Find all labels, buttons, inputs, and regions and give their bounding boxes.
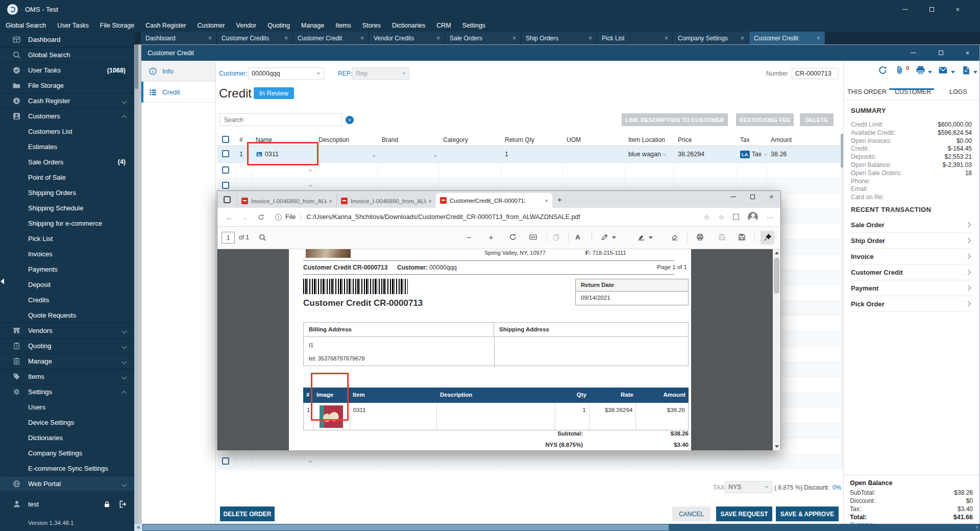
- sidebar-item-shipping-ecommerce[interactable]: Shipping for e-commerce: [0, 215, 134, 231]
- sidebar-item-user-tasks[interactable]: User Tasks(1068): [0, 62, 134, 78]
- sidebar-item-global-search[interactable]: Global Search: [0, 47, 134, 62]
- menu-file-storage[interactable]: File Storage: [94, 22, 140, 29]
- logout-icon[interactable]: [118, 500, 127, 509]
- customer-combobox[interactable]: 00000qqq: [248, 67, 324, 80]
- browser-tab-invoice-2[interactable]: Invoice_I-0046890_from_ALWAZ×: [336, 194, 436, 208]
- chevron-down-icon[interactable]: [928, 71, 932, 74]
- draw-icon[interactable]: [599, 232, 609, 243]
- delete-button[interactable]: DELETE: [800, 113, 834, 126]
- menu-global-search[interactable]: Global Search: [0, 22, 52, 29]
- rotate-icon[interactable]: [507, 232, 518, 243]
- reload-icon[interactable]: [257, 213, 265, 221]
- recent-sale-order[interactable]: Sale Order: [851, 217, 972, 233]
- menu-items[interactable]: Items: [330, 22, 357, 29]
- user-row[interactable]: test: [0, 495, 134, 513]
- tab-logs[interactable]: LOGS: [949, 88, 967, 95]
- sidebar-item-dictionaries[interactable]: Dictionaries: [0, 430, 134, 445]
- sidebar-collapse-icon[interactable]: [1, 278, 4, 284]
- tab-pick-list[interactable]: Pick List×: [597, 32, 673, 44]
- browser-tab-invoice-1[interactable]: Invoice_I-0046890_from_ALWAZ×: [237, 194, 336, 208]
- back-icon[interactable]: ←: [226, 213, 233, 222]
- menu-manage[interactable]: Manage: [296, 22, 330, 29]
- tab-customer-credit[interactable]: Customer Credit×: [293, 32, 369, 44]
- scroll-up-icon[interactable]: [773, 249, 780, 257]
- search-icon[interactable]: [258, 233, 266, 242]
- sidebar-item-manage[interactable]: Manage: [0, 353, 134, 369]
- tab-credit[interactable]: Credit: [141, 82, 215, 103]
- sidebar-item-sale-orders[interactable]: Sale Orders(4): [0, 154, 134, 170]
- sidebar-scrollbar-thumb[interactable]: [135, 38, 138, 89]
- chevron-down-icon[interactable]: [308, 170, 312, 172]
- tab-company-settings[interactable]: Company Settings×: [673, 32, 749, 44]
- sidebar-item-cash-register[interactable]: Cash Register: [0, 93, 134, 108]
- recent-payment[interactable]: Payment: [851, 280, 972, 296]
- menu-quoting[interactable]: Quoting: [262, 22, 296, 29]
- tab-ship-orders[interactable]: Ship Orders×: [521, 32, 597, 44]
- close-icon[interactable]: ×: [817, 35, 820, 42]
- row-checkbox[interactable]: [222, 457, 229, 465]
- link-description-button[interactable]: LINK DESCRIPTION TO CUSTOMER: [622, 113, 728, 126]
- tax-cell[interactable]: LATax: [740, 151, 768, 158]
- row-checkbox[interactable]: [222, 166, 229, 174]
- zoom-in-icon[interactable]: +: [486, 232, 496, 243]
- sidebar-item-estimates[interactable]: Estimates: [0, 139, 134, 154]
- save-as-icon[interactable]: [737, 232, 747, 243]
- search-input[interactable]: [219, 113, 342, 126]
- brand-dropdown[interactable]: [372, 152, 376, 159]
- sidebar-item-quote-requests[interactable]: Quote Requests: [0, 307, 134, 323]
- url-field[interactable]: i File | C:/Users/Karina_Shchitova/Downl…: [275, 213, 704, 221]
- attachment-icon[interactable]: [894, 65, 905, 76]
- app-restore-button[interactable]: [929, 7, 934, 12]
- refresh-icon[interactable]: [877, 65, 888, 76]
- browser-close-button[interactable]: ×: [769, 193, 773, 201]
- recent-pick-order[interactable]: Pick Order: [851, 296, 972, 312]
- sidebar-item-shipping-orders[interactable]: Shipping Orders: [0, 185, 134, 200]
- menu-crm[interactable]: CRM: [431, 22, 456, 29]
- print-icon[interactable]: [695, 232, 705, 243]
- menu-customer[interactable]: Customer: [191, 22, 230, 29]
- forward-icon[interactable]: →: [240, 213, 248, 222]
- sidebar-item-deposit[interactable]: Deposit: [0, 277, 134, 292]
- tab-dashboard[interactable]: Dashboard×: [141, 32, 217, 44]
- item-location-cell[interactable]: blue wagan: [628, 151, 667, 158]
- recent-customer-credit[interactable]: Customer Credit: [851, 264, 972, 280]
- horizontal-scrollbar-thumb[interactable]: [143, 524, 669, 530]
- delete-order-button[interactable]: DELETE ORDER: [220, 506, 275, 521]
- sidebar-item-customers[interactable]: Customers: [0, 108, 134, 124]
- category-dropdown[interactable]: [433, 152, 437, 159]
- browser-maximize-button[interactable]: [750, 195, 755, 199]
- fit-width-icon[interactable]: [528, 232, 538, 243]
- chevron-down-icon[interactable]: [308, 185, 312, 187]
- horizontal-scrollbar[interactable]: « ›: [134, 524, 980, 531]
- restocking-fee-button[interactable]: RESTOCKING FEE: [736, 113, 794, 126]
- close-icon[interactable]: ×: [208, 35, 212, 42]
- row-checkbox[interactable]: [222, 182, 229, 189]
- document-icon[interactable]: [961, 65, 971, 76]
- sidebar-item-payments[interactable]: Payments: [0, 261, 134, 277]
- tab-customer-credits[interactable]: Customer Credits×: [217, 32, 293, 44]
- page-number-input[interactable]: 1: [222, 232, 235, 244]
- discount-value[interactable]: 0%: [832, 484, 841, 491]
- tab-vendor-credits[interactable]: Vendor Credits×: [369, 32, 445, 44]
- tab-sale-orders[interactable]: Sale Orders×: [445, 32, 521, 44]
- close-icon[interactable]: ×: [589, 35, 592, 42]
- more-menu-icon[interactable]: ···: [767, 213, 773, 221]
- sidebar-item-settings[interactable]: Settings: [0, 384, 134, 399]
- window-restore-button[interactable]: [939, 51, 943, 55]
- new-tab-button[interactable]: +: [557, 195, 562, 204]
- menu-vendor[interactable]: Vendor: [231, 22, 262, 29]
- read-aloud-icon[interactable]: A: [573, 232, 583, 243]
- close-icon[interactable]: ×: [545, 198, 548, 204]
- window-minimize-button[interactable]: [911, 53, 916, 53]
- zoom-out-icon[interactable]: −: [464, 232, 474, 243]
- pdf-scrollbar-thumb[interactable]: [774, 258, 779, 294]
- page-info-icon[interactable]: i: [275, 214, 282, 221]
- menu-user-tasks[interactable]: User Tasks: [52, 22, 94, 29]
- erase-icon[interactable]: [669, 232, 679, 243]
- chevron-down-icon[interactable]: [951, 71, 955, 74]
- sidebar-item-quoting[interactable]: Quoting: [0, 338, 134, 353]
- close-icon[interactable]: ×: [329, 198, 332, 204]
- app-close-button[interactable]: ×: [955, 6, 960, 13]
- browser-tab-customer-credit[interactable]: CustomerCredit_CR-0000713_fro×: [436, 193, 552, 208]
- sidebar-scrollbar[interactable]: [134, 32, 139, 524]
